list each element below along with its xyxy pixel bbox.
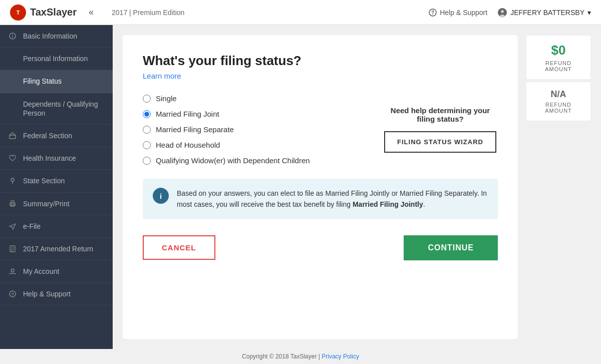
- logo-text: TaxSlayer: [30, 7, 77, 18]
- page-title: What's your filing status?: [143, 53, 498, 69]
- right-panel: $0 REFUND AMOUNT N/A REFUND AMOUNT: [526, 35, 591, 339]
- wizard-help-text: Need help determining your filing status…: [383, 106, 498, 123]
- sidebar-item-state[interactable]: State Section: [0, 170, 113, 192]
- sidebar-item-account[interactable]: My Account: [0, 260, 113, 283]
- print-icon: [8, 199, 17, 208]
- refund-label-secondary: REFUND AMOUNT: [531, 102, 585, 114]
- info-banner-text: Based on your answers, you can elect to …: [177, 188, 488, 210]
- sidebar-item-dependents-label: Dependents / Qualifying Person: [23, 100, 105, 118]
- action-buttons: CANCEL CONTINUE: [143, 235, 498, 260]
- radio-head-household-label: Head of Household: [156, 141, 220, 149]
- sidebar-item-basic-info[interactable]: i Basic Information: [0, 25, 113, 48]
- sidebar-item-health-insurance-label: Health Insurance: [23, 154, 76, 163]
- svg-rect-9: [10, 135, 16, 139]
- question-icon: ?: [8, 289, 17, 298]
- sidebar-item-personal-info-label: Personal Information: [23, 54, 88, 63]
- sidebar-item-basic-info-label: Basic Information: [23, 32, 77, 41]
- sidebar-item-amended-label: 2017 Amended Return: [23, 244, 93, 253]
- svg-text:T: T: [17, 10, 20, 16]
- cancel-button[interactable]: CANCEL: [143, 235, 215, 260]
- refund-label-primary: REFUND AMOUNT: [531, 60, 585, 72]
- sidebar-item-health-insurance[interactable]: Health Insurance: [0, 147, 113, 170]
- top-nav-right: ? Help & Support JEFFERY BATTERSBY ▾: [429, 8, 591, 18]
- footer: Copyright © 2018 TaxSlayer | Privacy Pol…: [0, 349, 601, 364]
- radio-qualifying-widow-label: Qualifying Widow(er) with Dependent Chil…: [156, 156, 310, 165]
- wizard-area: Need help determining your filing status…: [383, 94, 498, 165]
- logo-area: T TaxSlayer: [10, 5, 77, 21]
- sidebar-item-filing-status-label: Filing Status: [23, 77, 62, 86]
- footer-privacy-link[interactable]: Privacy Policy: [322, 353, 359, 360]
- footer-copyright: Copyright © 2018 TaxSlayer |: [242, 353, 322, 360]
- user-dropdown-icon[interactable]: ▾: [587, 9, 591, 17]
- radio-single[interactable]: Single: [143, 94, 310, 103]
- radio-married-separate-input[interactable]: [143, 126, 151, 134]
- pin-icon: [8, 176, 17, 185]
- sidebar-item-filing-status[interactable]: Filing Status: [0, 70, 113, 93]
- filing-status-wizard-button[interactable]: FILING STATUS WIZARD: [384, 131, 496, 153]
- heart-icon: [8, 154, 17, 163]
- radio-single-label: Single: [156, 94, 177, 103]
- sidebar-item-federal[interactable]: Federal Section: [0, 125, 113, 147]
- radio-qualifying-widow-input[interactable]: [143, 157, 151, 165]
- svg-point-6: [500, 15, 505, 18]
- refund-box-primary: $0 REFUND AMOUNT: [526, 35, 591, 80]
- info-banner-icon: i: [153, 188, 169, 204]
- edition-text: 2017 | Premium Edition: [112, 9, 184, 17]
- radio-qualifying-widow[interactable]: Qualifying Widow(er) with Dependent Chil…: [143, 156, 310, 165]
- svg-text:?: ?: [11, 292, 14, 297]
- main-card: What's your filing status? Learn more Si…: [123, 35, 518, 339]
- user-area[interactable]: JEFFERY BATTERSBY ▾: [497, 8, 591, 18]
- radio-single-input[interactable]: [143, 95, 151, 103]
- refund-box-secondary: N/A REFUND AMOUNT: [526, 82, 591, 121]
- learn-more-link[interactable]: Learn more: [143, 72, 181, 80]
- paper-plane-icon: [8, 222, 17, 231]
- radio-head-household-input[interactable]: [143, 141, 151, 149]
- sidebar-item-state-label: State Section: [23, 176, 65, 185]
- sidebar-item-amended[interactable]: 2017 Amended Return: [0, 238, 113, 260]
- content-area: What's your filing status? Learn more Si…: [113, 25, 601, 349]
- doc-icon: [8, 244, 17, 253]
- info-icon: i: [8, 32, 17, 41]
- refund-amount-primary: $0: [531, 43, 585, 58]
- info-banner-text-end: .: [423, 200, 425, 208]
- continue-button[interactable]: CONTINUE: [404, 235, 498, 260]
- sidebar-item-dependents[interactable]: Dependents / Qualifying Person: [0, 93, 113, 125]
- svg-text:i: i: [12, 34, 14, 39]
- info-banner-text-start: Based on your answers, you can elect to …: [177, 189, 487, 208]
- collapse-sidebar-button[interactable]: «: [89, 7, 94, 18]
- radio-married-joint-label: Married Filing Joint: [156, 110, 219, 118]
- radio-married-joint[interactable]: Married Filing Joint: [143, 110, 310, 118]
- radio-married-joint-input[interactable]: [143, 110, 151, 118]
- main-layout: i Basic Information Personal Information…: [0, 25, 601, 349]
- help-label: Help & Support: [440, 9, 487, 17]
- svg-point-10: [11, 178, 14, 181]
- sidebar-item-summary-label: Summary/Print: [23, 199, 70, 208]
- bank-icon: [8, 131, 17, 140]
- info-banner: i Based on your answers, you can elect t…: [143, 179, 498, 219]
- radio-head-household[interactable]: Head of Household: [143, 141, 310, 149]
- sidebar-item-federal-label: Federal Section: [23, 131, 72, 140]
- radio-married-separate[interactable]: Married Filing Separate: [143, 125, 310, 134]
- radio-married-separate-label: Married Filing Separate: [156, 125, 234, 134]
- logo-icon: T: [10, 5, 26, 21]
- user-name: JEFFERY BATTERSBY: [510, 9, 584, 17]
- sidebar-item-personal-info[interactable]: Personal Information: [0, 48, 113, 70]
- svg-text:?: ?: [431, 10, 434, 16]
- sidebar-item-efile-label: e-File: [23, 222, 41, 231]
- svg-point-18: [11, 269, 14, 272]
- person-icon: [8, 267, 17, 276]
- help-link[interactable]: ? Help & Support: [429, 9, 487, 17]
- sidebar-item-help-label: Help & Support: [23, 289, 71, 298]
- svg-point-5: [501, 10, 504, 13]
- radio-group: Single Married Filing Joint Married Fili…: [143, 94, 310, 165]
- top-nav: T TaxSlayer « 2017 | Premium Edition ? H…: [0, 0, 601, 25]
- top-nav-left: T TaxSlayer « 2017 | Premium Edition: [10, 5, 184, 21]
- sidebar-item-account-label: My Account: [23, 267, 59, 276]
- sidebar-item-efile[interactable]: e-File: [0, 215, 113, 238]
- sidebar-item-summary[interactable]: Summary/Print: [0, 193, 113, 215]
- form-and-wizard: Single Married Filing Joint Married Fili…: [143, 94, 498, 165]
- sidebar: i Basic Information Personal Information…: [0, 25, 113, 349]
- refund-amount-secondary: N/A: [531, 89, 585, 100]
- sidebar-item-help[interactable]: ? Help & Support: [0, 283, 113, 305]
- info-banner-bold: Married Filing Jointly: [353, 200, 423, 208]
